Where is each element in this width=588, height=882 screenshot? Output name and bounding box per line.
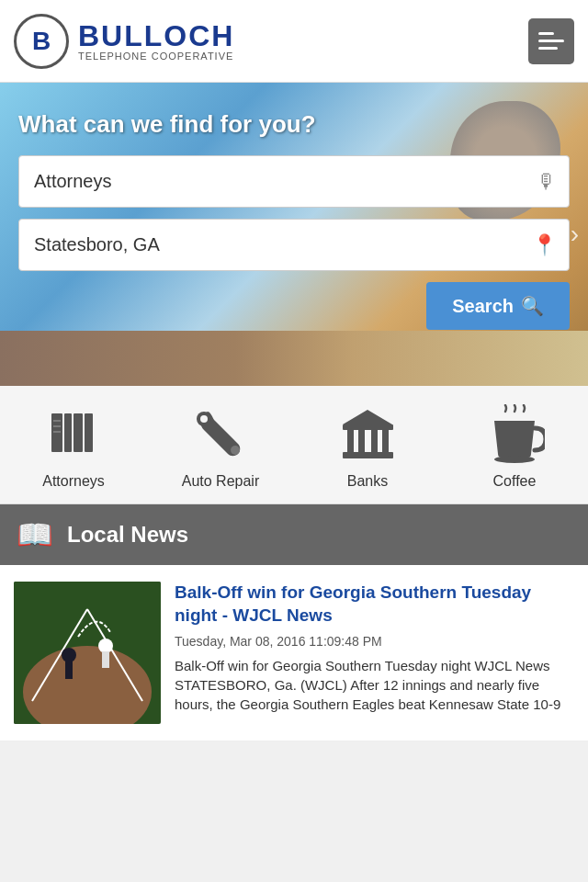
location-input[interactable] — [18, 219, 570, 271]
local-news-header: 📖 Local News — [0, 504, 588, 565]
news-date: Tuesday, Mar 08, 2016 11:09:48 PM — [175, 634, 574, 649]
svg-rect-10 — [343, 452, 393, 458]
category-coffee-label: Coffee — [493, 473, 537, 490]
chevron-right-icon[interactable]: › — [561, 210, 588, 258]
hamburger-icon — [538, 32, 564, 50]
logo-letter: B — [32, 27, 51, 56]
logo-area: B BULLOCH TELEPHONE COOPERATIVE — [14, 14, 234, 69]
svg-rect-23 — [65, 661, 73, 679]
search-icon: 🔍 — [521, 295, 544, 317]
logo-sub-text: TELEPHONE COOPERATIVE — [78, 51, 234, 62]
category-coffee[interactable]: Coffee — [441, 404, 588, 490]
svg-point-17 — [494, 456, 535, 463]
location-input-wrap: 📍 — [18, 219, 570, 271]
location-pin-icon[interactable]: 📍 — [532, 233, 557, 257]
svg-marker-16 — [343, 410, 392, 424]
svg-rect-12 — [347, 430, 354, 452]
news-thumbnail — [14, 582, 161, 724]
category-banks-label: Banks — [347, 473, 388, 490]
svg-rect-1 — [64, 413, 72, 452]
svg-rect-3 — [85, 413, 93, 452]
category-auto-repair[interactable]: Auto Repair — [147, 404, 294, 490]
logo-text: BULLOCH TELEPHONE COOPERATIVE — [78, 21, 234, 62]
hero-title: What can we find for you? — [18, 110, 570, 139]
svg-rect-0 — [51, 413, 62, 452]
svg-rect-11 — [343, 424, 393, 430]
local-news-title: Local News — [67, 522, 188, 548]
svg-point-22 — [62, 648, 76, 662]
coffee-icon — [485, 404, 545, 464]
wrench-icon — [191, 404, 251, 464]
svg-rect-15 — [382, 430, 389, 452]
category-auto-repair-label: Auto Repair — [182, 473, 260, 490]
bank-icon — [338, 404, 398, 464]
news-item[interactable]: Balk-Off win for Georgia Southern Tuesda… — [0, 565, 588, 741]
news-book-icon: 📖 — [17, 517, 53, 552]
svg-rect-14 — [371, 430, 378, 452]
search-button[interactable]: Search 🔍 — [426, 282, 570, 330]
app-header: B BULLOCH TELEPHONE COOPERATIVE — [0, 0, 588, 83]
logo-circle: B — [14, 14, 69, 69]
news-content: Balk-Off win for Georgia Southern Tuesda… — [175, 582, 574, 724]
hero-content: What can we find for you? 🎙 📍 Search 🔍 — [0, 83, 588, 344]
news-title[interactable]: Balk-Off win for Georgia Southern Tuesda… — [175, 582, 574, 627]
attorneys-icon — [44, 404, 104, 464]
category-attorneys-label: Attorneys — [42, 473, 105, 490]
microphone-icon[interactable]: 🎙 — [537, 170, 557, 194]
svg-rect-25 — [102, 651, 109, 668]
news-excerpt: Balk-Off win for Georgia Southern Tuesda… — [175, 656, 574, 714]
keyword-input[interactable] — [18, 155, 570, 208]
svg-rect-13 — [358, 430, 365, 452]
category-nav: Attorneys Auto Repair — [0, 386, 588, 504]
logo-main-text: BULLOCH — [78, 21, 234, 51]
category-attorneys[interactable]: Attorneys — [0, 404, 147, 490]
svg-point-8 — [200, 415, 208, 423]
hero-section: What can we find for you? 🎙 📍 Search 🔍 › — [0, 83, 588, 386]
search-button-label: Search — [452, 296, 514, 317]
menu-button[interactable] — [528, 18, 574, 64]
svg-point-9 — [231, 446, 240, 455]
keyword-input-wrap: 🎙 — [18, 155, 570, 208]
category-banks[interactable]: Banks — [294, 404, 441, 490]
svg-point-24 — [98, 639, 113, 653]
svg-rect-2 — [74, 413, 83, 452]
